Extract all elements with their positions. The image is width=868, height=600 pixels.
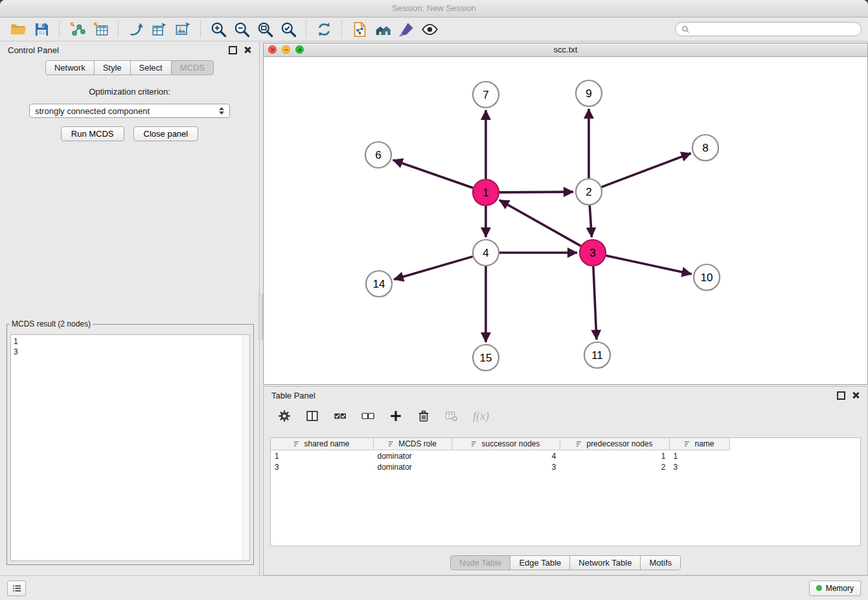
table-cell[interactable]: 3 [271,461,374,472]
table-settings-button[interactable] [275,408,293,424]
import-table-icon [92,21,109,38]
zoom-selected-icon [280,21,297,38]
open-session-button[interactable] [6,19,30,40]
tab-network[interactable]: Network [45,60,95,75]
optimization-select[interactable]: strongly connected component [29,104,230,118]
sort-icon [294,441,301,447]
graph-node-3[interactable]: 3 [580,240,606,266]
table-panel: Table Panel [263,386,868,575]
search-box[interactable] [675,22,862,36]
delete-row-button[interactable] [415,408,433,424]
float-table-panel-icon[interactable] [837,391,845,400]
column-header-MCDS-role[interactable]: MCDS role [374,438,452,450]
tab-network-table[interactable]: Network Table [569,555,641,570]
run-mcds-button[interactable]: Run MCDS [61,126,124,141]
zoom-in-button[interactable] [207,19,230,40]
first-neighbors-button[interactable] [371,19,394,40]
search-input[interactable] [693,24,855,34]
tab-select[interactable]: Select [130,60,172,75]
table-cell[interactable]: 1 [560,450,670,462]
graph-edge-1-6[interactable] [393,160,474,188]
panel-splitter[interactable] [258,294,263,340]
show-columns-button[interactable] [303,408,321,424]
save-session-button[interactable] [30,19,53,40]
zoom-fit-button[interactable] [253,19,277,40]
table-cell[interactable]: 3 [452,461,560,472]
float-panel-icon[interactable] [229,46,237,54]
style-button[interactable] [394,19,418,40]
table-cell[interactable]: 1 [271,450,374,462]
graph-node-15[interactable]: 15 [473,345,499,371]
node-table: shared nameMCDS rolesuccessor nodesprede… [270,437,861,546]
function-builder-button[interactable]: f(x) [470,408,489,424]
tab-node-table[interactable]: Node Table [450,555,511,570]
graph-edge-1-2[interactable] [499,192,573,192]
mcds-result-list[interactable]: 13 [10,334,250,561]
tab-edge-table[interactable]: Edge Table [510,555,570,570]
table-row[interactable]: 3dominator323 [271,461,730,472]
close-window-icon[interactable] [268,45,277,54]
table-cell[interactable]: 1 [670,450,730,462]
graph-node-4[interactable]: 4 [473,240,499,266]
graph-node-7[interactable]: 7 [473,82,499,108]
close-table-panel-icon[interactable] [852,391,860,399]
graph-edge-3-10[interactable] [606,255,692,274]
delete-table-button[interactable] [442,408,461,424]
network-window-titlebar[interactable]: scc.txt [264,43,867,57]
graph-node-11[interactable]: 11 [584,342,610,368]
toggle-graphics-button[interactable] [418,19,441,40]
select-all-icon [333,409,347,423]
graph-edge-3-11[interactable] [593,266,597,340]
table-cell[interactable]: 2 [560,461,670,472]
table-cell[interactable]: dominator [374,450,452,462]
apply-layout-button[interactable] [312,19,336,40]
mcds-result-box: MCDS result (2 nodes) 13 [6,319,254,565]
new-table-button[interactable] [148,19,171,40]
task-history-button[interactable] [7,581,26,596]
table-cell[interactable]: 4 [452,450,560,462]
select-all-button[interactable] [331,408,349,424]
result-scrollbar[interactable] [242,335,249,560]
zoom-selected-button[interactable] [277,19,300,40]
graph-node-1[interactable]: 1 [473,179,499,205]
graph-edge-3-1[interactable] [499,200,581,246]
graph-node-2[interactable]: 2 [576,179,602,205]
close-panel-icon[interactable] [244,46,251,54]
table-row[interactable]: 1dominator411 [271,450,730,462]
column-header-name[interactable]: name [670,438,730,450]
graph-node-6[interactable]: 6 [365,142,391,168]
export-image-button[interactable] [171,19,194,40]
tab-motifs[interactable]: Motifs [640,555,681,570]
minimize-window-icon[interactable] [282,45,290,54]
graph-node-10[interactable]: 10 [694,264,720,290]
svg-text:10: 10 [701,271,713,284]
close-panel-button[interactable]: Close panel [133,126,199,141]
control-panel-tabs: NetworkStyleSelectMCDS [0,60,259,75]
network-canvas[interactable]: 7968124314101511 [264,56,867,384]
add-row-button[interactable] [387,408,405,424]
tab-mcds[interactable]: MCDS [171,60,214,75]
svg-text:2: 2 [586,186,591,198]
export-network-button[interactable] [348,19,371,40]
import-table-button[interactable] [89,19,112,40]
new-network-button[interactable] [124,19,148,40]
table-cell[interactable]: dominator [374,461,452,472]
memory-button[interactable]: Memory [809,581,861,596]
import-network-button[interactable] [65,19,89,40]
maximize-window-icon[interactable] [295,45,304,54]
column-header-shared-name[interactable]: shared name [271,438,374,450]
column-header-successor-nodes[interactable]: successor nodes [452,438,560,450]
graph-edge-2-8[interactable] [602,153,691,187]
unselect-all-button[interactable] [359,408,377,424]
graph-node-8[interactable]: 8 [692,135,718,161]
graph-edge-4-14[interactable] [394,257,473,279]
graph-node-9[interactable]: 9 [576,80,602,106]
table-cell[interactable]: 3 [670,461,730,472]
tab-style[interactable]: Style [94,60,131,75]
window-titlebar[interactable]: Session: New Session [0,0,868,17]
graph-edge-2-3[interactable] [589,205,591,237]
zoom-out-button[interactable] [230,19,253,40]
column-header-predecessor-nodes[interactable]: predecessor nodes [560,438,670,450]
zoom-in-icon [210,21,227,38]
graph-node-14[interactable]: 14 [366,271,392,297]
